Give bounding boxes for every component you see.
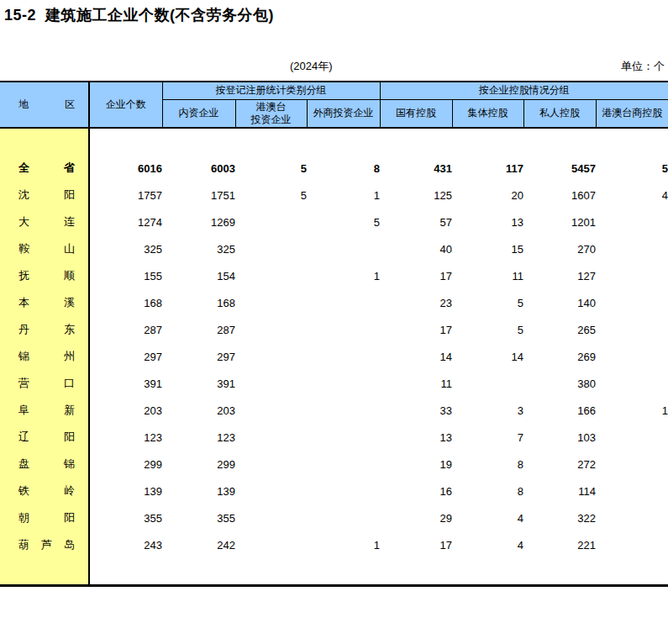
- value-cell: 11: [380, 370, 452, 397]
- region-cell: 朝阳: [0, 504, 89, 531]
- value-cell: 355: [89, 504, 162, 531]
- value-cell: 287: [162, 316, 235, 343]
- value-cell: 1751: [162, 182, 235, 209]
- value-cell: 17: [380, 316, 452, 343]
- value-cell: 11: [452, 262, 523, 289]
- header-col-collective-holding: 集体控股: [452, 99, 523, 128]
- header-group-holding: 按企业控股情况分组: [380, 82, 668, 99]
- statistics-table: 地区 企业个数 按登记注册统计类别分组 按企业控股情况分组 内资企业 港澳台 投…: [0, 81, 668, 587]
- table-row: 铁岭 139 139 16 8 114: [0, 478, 668, 504]
- value-cell: 139: [162, 478, 235, 504]
- value-cell: 287: [89, 316, 162, 343]
- region-cell: 全省: [0, 155, 89, 182]
- value-cell: 5: [452, 316, 523, 343]
- value-cell: 1274: [89, 209, 162, 235]
- spacer-cell: [89, 128, 668, 155]
- value-cell: 125: [380, 182, 452, 209]
- value-cell: [307, 289, 380, 316]
- value-cell: 297: [162, 343, 235, 370]
- value-cell: [307, 451, 380, 478]
- value-cell: 203: [89, 397, 162, 424]
- header-col-state-holding: 国有控股: [380, 99, 452, 128]
- header-col-private-holding: 私人控股: [523, 99, 596, 128]
- value-cell: 355: [162, 504, 235, 531]
- value-cell: 23: [380, 289, 452, 316]
- value-cell: 1201: [523, 209, 596, 235]
- header-group-registration: 按登记注册统计类别分组: [162, 82, 380, 99]
- value-cell: 4: [452, 504, 523, 531]
- value-cell: [235, 209, 307, 235]
- value-cell: 1269: [162, 209, 235, 235]
- header-col-domestic: 内资企业: [162, 99, 235, 128]
- table-row: 全省 6016 6003 5 8 431 117 5457 5: [0, 155, 668, 182]
- value-cell: 8: [452, 451, 523, 478]
- table-row: 盘锦 299 299 19 8 272: [0, 451, 668, 478]
- region-cell: 盘锦: [0, 451, 89, 478]
- value-cell: [235, 289, 307, 316]
- value-cell: 391: [89, 370, 162, 397]
- value-cell: 19: [380, 451, 452, 478]
- value-cell: 431: [380, 155, 452, 182]
- region-cell: [0, 128, 89, 155]
- value-cell: 4: [452, 531, 523, 558]
- value-cell: 114: [523, 478, 596, 504]
- value-cell: 4: [596, 182, 668, 209]
- value-cell: 29: [380, 504, 452, 531]
- region-label: 营口: [18, 376, 75, 391]
- value-cell: [307, 478, 380, 504]
- header-col-hkmt-holding: 港澳台商控股: [596, 99, 668, 128]
- region-cell: 阜新: [0, 397, 89, 424]
- value-cell: 140: [523, 289, 596, 316]
- value-cell: [596, 235, 668, 262]
- value-cell: [235, 370, 307, 397]
- region-label: 丹东: [18, 322, 75, 337]
- header-total: 企业个数: [89, 82, 162, 128]
- value-cell: 297: [89, 343, 162, 370]
- region-cell: 沈阳: [0, 182, 89, 209]
- value-cell: [235, 343, 307, 370]
- value-cell: 103: [523, 424, 596, 451]
- table-row: 丹东 287 287 17 5 265: [0, 316, 668, 343]
- value-cell: 221: [523, 531, 596, 558]
- region-label: 沈阳: [18, 187, 75, 203]
- value-cell: 7: [452, 424, 523, 451]
- region-cell: 大连: [0, 209, 89, 235]
- value-cell: 13: [380, 424, 452, 451]
- table-row: 辽阳 123 123 13 7 103: [0, 424, 668, 451]
- value-cell: 40: [380, 235, 452, 262]
- value-cell: 14: [380, 343, 452, 370]
- subtitle-row: (2024年) 单位：个: [0, 59, 668, 72]
- value-cell: 6016: [89, 155, 162, 182]
- value-cell: 269: [523, 343, 596, 370]
- region-cell: 铁岭: [0, 478, 89, 504]
- header-row-groups: 地区 企业个数 按登记注册统计类别分组 按企业控股情况分组: [0, 82, 668, 99]
- value-cell: [235, 531, 307, 558]
- value-cell: 154: [162, 262, 235, 289]
- value-cell: 1757: [89, 182, 162, 209]
- page-title: 15-2 建筑施工企业个数(不含劳务分包): [4, 7, 668, 24]
- value-cell: 6003: [162, 155, 235, 182]
- value-cell: [235, 397, 307, 424]
- value-cell: 1: [596, 397, 668, 424]
- value-cell: [235, 504, 307, 531]
- table-row: 锦州 297 297 14 14 269: [0, 343, 668, 370]
- value-cell: 1: [307, 531, 380, 558]
- value-cell: 20: [452, 182, 523, 209]
- table-header: 地区 企业个数 按登记注册统计类别分组 按企业控股情况分组 内资企业 港澳台 投…: [0, 82, 668, 128]
- value-cell: 5: [307, 209, 380, 235]
- region-label: 锦州: [18, 349, 75, 364]
- value-cell: 15: [452, 235, 523, 262]
- value-cell: 325: [162, 235, 235, 262]
- region-label: 鞍山: [18, 241, 75, 256]
- value-cell: 265: [523, 316, 596, 343]
- value-cell: 299: [89, 451, 162, 478]
- value-cell: 14: [452, 343, 523, 370]
- value-cell: [596, 343, 668, 370]
- value-cell: 168: [162, 289, 235, 316]
- region-label: 辽阳: [18, 430, 75, 445]
- table-row: 鞍山 325 325 40 15 270: [0, 235, 668, 262]
- spacer-row-bottom: [0, 558, 668, 585]
- value-cell: 325: [89, 235, 162, 262]
- value-cell: 155: [89, 262, 162, 289]
- spacer-cell: [89, 558, 668, 585]
